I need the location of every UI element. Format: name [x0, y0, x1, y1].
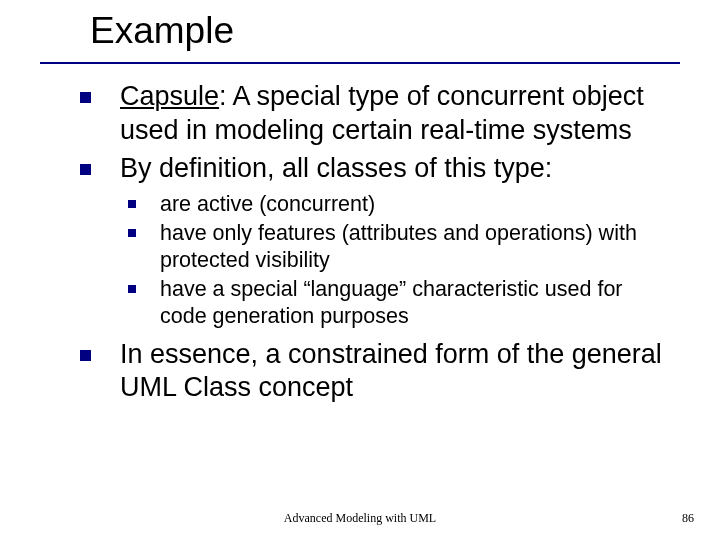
list-item: have only features (attributes and opera… [128, 220, 670, 274]
list-item-text: Capsule: A special type of concurrent ob… [120, 80, 670, 148]
bullet-icon [80, 80, 120, 148]
list-item-text: have only features (attributes and opera… [160, 220, 670, 274]
list-item: In essence, a constrained form of the ge… [80, 338, 670, 406]
bullet-icon [80, 338, 120, 406]
page-number: 86 [682, 511, 694, 526]
sub-list: are active (concurrent) have only featur… [128, 191, 670, 329]
list-item: have a special “language” characteristic… [128, 276, 670, 330]
slide: Example Capsule: A special type of concu… [0, 0, 720, 540]
bullet-icon [128, 220, 160, 274]
bullet-icon [128, 276, 160, 330]
slide-title: Example [90, 10, 234, 52]
list-item-text: In essence, a constrained form of the ge… [120, 338, 670, 406]
list-item: Capsule: A special type of concurrent ob… [80, 80, 670, 148]
bullet-icon [128, 191, 160, 218]
title-divider [40, 62, 680, 64]
list-item: By definition, all classes of this type: [80, 152, 670, 186]
list-item-text: are active (concurrent) [160, 191, 670, 218]
list-item-text: have a special “language” characteristic… [160, 276, 670, 330]
list-item: are active (concurrent) [128, 191, 670, 218]
slide-body: Capsule: A special type of concurrent ob… [80, 80, 670, 409]
list-item-text: By definition, all classes of this type: [120, 152, 670, 186]
term-underlined: Capsule [120, 81, 219, 111]
footer-title: Advanced Modeling with UML [0, 511, 720, 526]
bullet-icon [80, 152, 120, 186]
